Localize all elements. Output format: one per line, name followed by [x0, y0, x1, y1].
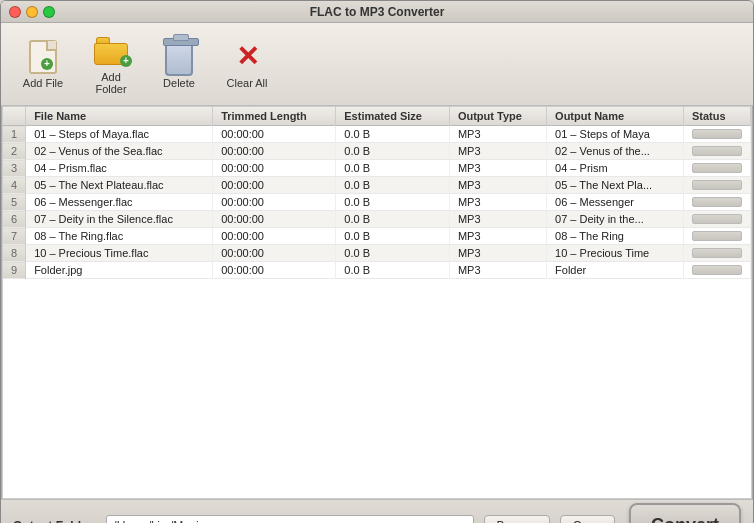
row-file-name: 05 – The Next Plateau.flac: [26, 177, 213, 194]
row-file-name: 06 – Messenger.flac: [26, 194, 213, 211]
row-file-name: 10 – Precious Time.flac: [26, 245, 213, 262]
close-button[interactable]: [9, 6, 21, 18]
delete-button[interactable]: Delete: [147, 35, 211, 93]
file-table-body: 1 01 – Steps of Maya.flac 00:00:00 0.0 B…: [3, 126, 751, 279]
row-size: 0.0 B: [336, 160, 450, 177]
add-folder-label: Add Folder: [85, 71, 137, 95]
row-file-name: Folder.jpg: [26, 262, 213, 279]
row-trimmed: 00:00:00: [213, 228, 336, 245]
row-status: [684, 143, 751, 160]
add-folder-icon: +: [93, 33, 129, 69]
row-num: 8: [3, 245, 26, 262]
col-status: Status: [684, 107, 751, 126]
row-status: [684, 245, 751, 262]
title-bar: FLAC to MP3 Converter: [1, 1, 753, 23]
row-output: 01 – Steps of Maya: [547, 126, 684, 143]
table-row[interactable]: 6 07 – Deity in the Silence.flac 00:00:0…: [3, 211, 751, 228]
row-output: 02 – Venus of the...: [547, 143, 684, 160]
row-size: 0.0 B: [336, 262, 450, 279]
row-trimmed: 00:00:00: [213, 194, 336, 211]
row-file-name: 07 – Deity in the Silence.flac: [26, 211, 213, 228]
row-status: [684, 160, 751, 177]
toolbar: + Add File + Add Folder Delete: [1, 23, 753, 106]
row-output: Folder: [547, 262, 684, 279]
table-row[interactable]: 9 Folder.jpg 00:00:00 0.0 B MP3 Folder: [3, 262, 751, 279]
row-num: 6: [3, 211, 26, 228]
row-trimmed: 00:00:00: [213, 160, 336, 177]
row-output: 10 – Precious Time: [547, 245, 684, 262]
col-trimmed: Trimmed Length: [213, 107, 336, 126]
row-trimmed: 00:00:00: [213, 126, 336, 143]
add-file-label: Add File: [23, 77, 63, 89]
add-folder-button[interactable]: + Add Folder: [79, 29, 143, 99]
row-type: MP3: [449, 245, 546, 262]
window-title: FLAC to MP3 Converter: [310, 5, 445, 19]
plus-badge: +: [41, 58, 53, 70]
row-type: MP3: [449, 211, 546, 228]
row-type: MP3: [449, 262, 546, 279]
col-output: Output Name: [547, 107, 684, 126]
row-output: 06 – Messenger: [547, 194, 684, 211]
row-size: 0.0 B: [336, 194, 450, 211]
row-trimmed: 00:00:00: [213, 211, 336, 228]
col-file-name: File Name: [26, 107, 213, 126]
clear-all-icon: ✕: [229, 39, 265, 75]
row-file-name: 04 – Prism.flac: [26, 160, 213, 177]
table-row[interactable]: 8 10 – Precious Time.flac 00:00:00 0.0 B…: [3, 245, 751, 262]
row-output: 08 – The Ring: [547, 228, 684, 245]
table-row[interactable]: 4 05 – The Next Plateau.flac 00:00:00 0.…: [3, 177, 751, 194]
col-num: [3, 107, 26, 126]
open-button[interactable]: Open: [560, 515, 615, 524]
row-trimmed: 00:00:00: [213, 245, 336, 262]
row-output: 05 – The Next Pla...: [547, 177, 684, 194]
file-table: File Name Trimmed Length Estimated Size …: [3, 107, 751, 279]
app-window: FLAC to MP3 Converter + Add File + Add F…: [0, 0, 754, 523]
output-path-input[interactable]: [106, 515, 473, 524]
row-num: 2: [3, 143, 26, 160]
table-row[interactable]: 2 02 – Venus of the Sea.flac 00:00:00 0.…: [3, 143, 751, 160]
row-num: 4: [3, 177, 26, 194]
clear-all-button[interactable]: ✕ Clear All: [215, 35, 279, 93]
table-row[interactable]: 5 06 – Messenger.flac 00:00:00 0.0 B MP3…: [3, 194, 751, 211]
row-type: MP3: [449, 160, 546, 177]
row-output: 07 – Deity in the...: [547, 211, 684, 228]
row-status: [684, 194, 751, 211]
add-file-icon: +: [25, 39, 61, 75]
row-file-name: 08 – The Ring.flac: [26, 228, 213, 245]
window-controls: [9, 6, 55, 18]
table-row[interactable]: 1 01 – Steps of Maya.flac 00:00:00 0.0 B…: [3, 126, 751, 143]
table-row[interactable]: 3 04 – Prism.flac 00:00:00 0.0 B MP3 04 …: [3, 160, 751, 177]
col-type: Output Type: [449, 107, 546, 126]
row-file-name: 02 – Venus of the Sea.flac: [26, 143, 213, 160]
minimize-button[interactable]: [26, 6, 38, 18]
file-table-scroll[interactable]: File Name Trimmed Length Estimated Size …: [2, 106, 752, 499]
clear-all-label: Clear All: [227, 77, 268, 89]
row-status: [684, 228, 751, 245]
row-type: MP3: [449, 126, 546, 143]
row-size: 0.0 B: [336, 143, 450, 160]
delete-icon: [161, 39, 197, 75]
row-output: 04 – Prism: [547, 160, 684, 177]
row-num: 3: [3, 160, 26, 177]
row-status: [684, 262, 751, 279]
row-status: [684, 126, 751, 143]
row-trimmed: 00:00:00: [213, 177, 336, 194]
output-folder-label: Output Folder:: [13, 519, 96, 524]
convert-button[interactable]: Convert: [629, 503, 741, 524]
row-num: 7: [3, 228, 26, 245]
table-header-row: File Name Trimmed Length Estimated Size …: [3, 107, 751, 126]
row-type: MP3: [449, 228, 546, 245]
add-file-button[interactable]: + Add File: [11, 35, 75, 93]
col-size: Estimated Size: [336, 107, 450, 126]
row-status: [684, 177, 751, 194]
row-trimmed: 00:00:00: [213, 262, 336, 279]
row-size: 0.0 B: [336, 245, 450, 262]
row-num: 5: [3, 194, 26, 211]
table-row[interactable]: 7 08 – The Ring.flac 00:00:00 0.0 B MP3 …: [3, 228, 751, 245]
browse-button[interactable]: Browse: [484, 515, 550, 524]
bottom-bar: Output Folder: Browse Open Convert: [1, 499, 753, 523]
row-type: MP3: [449, 143, 546, 160]
row-status: [684, 211, 751, 228]
maximize-button[interactable]: [43, 6, 55, 18]
row-num: 1: [3, 126, 26, 143]
